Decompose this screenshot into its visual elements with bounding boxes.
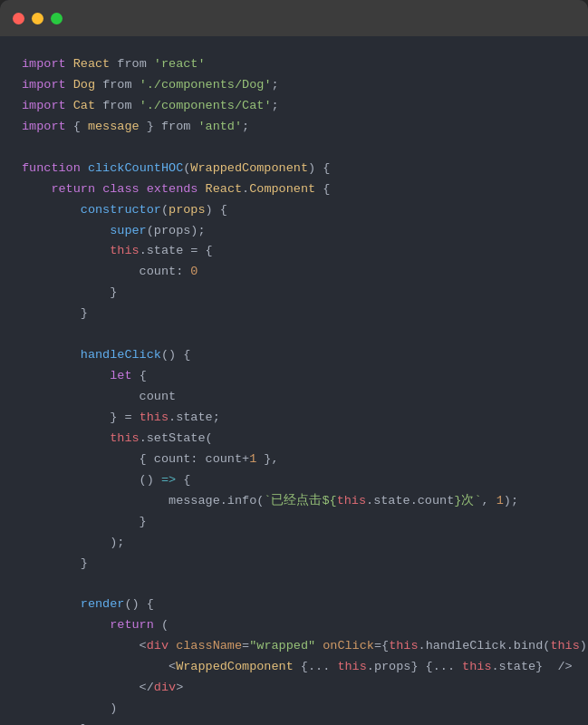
code-editor: import React from 'react' import Dog fro… [0,36,588,725]
code-line: <div className="wrapped" onClick={this.h… [22,636,566,657]
minimize-button[interactable] [32,13,43,24]
code-line: ); [22,533,566,554]
code-line: } [22,512,566,533]
code-line: import React from 'react' [22,54,566,75]
code-line: import { message } from 'antd'; [22,117,566,138]
code-line: let { [22,366,566,387]
code-line: count: 0 [22,262,566,283]
code-line: } [22,720,566,725]
code-line: </div> [22,678,566,699]
code-line: } [22,554,566,575]
code-line: ) [22,699,566,720]
code-line: this.setState( [22,429,566,450]
code-line: { count: count+1 }, [22,450,566,470]
code-window: import React from 'react' import Dog fro… [0,0,588,725]
code-line: () => { [22,470,566,491]
maximize-button[interactable] [51,13,63,24]
code-line: function clickCountHOC(WrappedComponent)… [22,159,566,179]
code-line: count [22,387,566,408]
code-line: import Dog from './components/Dog'; [22,75,566,96]
title-bar [0,0,588,36]
close-button[interactable] [13,13,24,24]
code-line: } [22,283,566,304]
code-line: <WrappedComponent {... this.props} {... … [22,657,566,678]
code-line: constructor(props) { [22,200,566,221]
code-line: return class extends React.Component { [22,179,566,200]
code-line: } = this.state; [22,408,566,429]
code-line: super(props); [22,221,566,242]
code-line: import Cat from './components/Cat'; [22,96,566,117]
code-line: this.state = { [22,241,566,262]
code-line: return ( [22,615,566,636]
code-line: } [22,304,566,324]
code-line: handleClick() { [22,345,566,366]
code-line: render() { [22,594,566,615]
code-line: message.info(`已经点击${this.state.count}次`,… [22,491,566,512]
